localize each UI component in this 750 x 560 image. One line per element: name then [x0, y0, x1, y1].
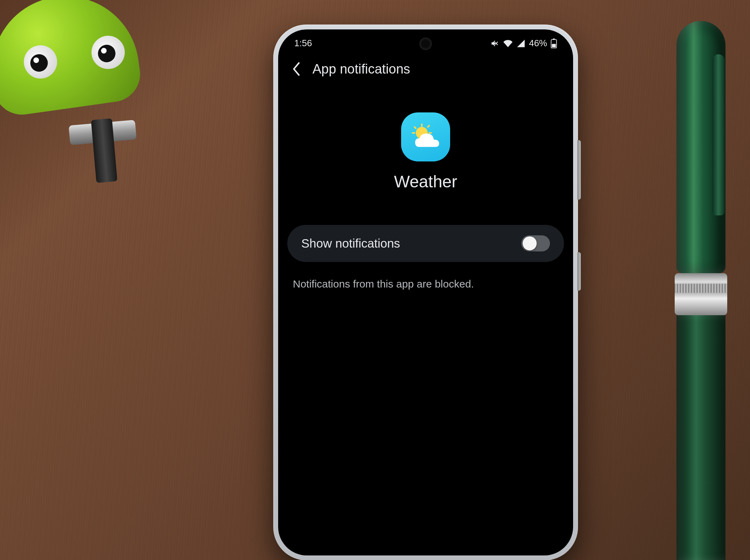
pen-prop: [673, 21, 729, 560]
svg-line-7: [428, 126, 429, 127]
page-title: App notifications: [312, 62, 410, 77]
wifi-icon: [503, 39, 513, 48]
app-name: Weather: [394, 172, 457, 191]
app-info-section: Weather: [278, 88, 573, 212]
weather-app-icon: [401, 112, 450, 161]
status-time: 1:56: [294, 38, 312, 49]
camera-cutout: [420, 39, 431, 49]
show-notifications-label: Show notifications: [301, 236, 400, 250]
svg-rect-1: [553, 39, 555, 40]
toggle-knob: [523, 236, 537, 250]
battery-icon: [551, 39, 557, 48]
back-button[interactable]: [288, 61, 305, 77]
header: App notifications: [278, 51, 573, 88]
svg-rect-2: [552, 44, 556, 47]
blocked-message: Notifications from this app are blocked.: [278, 262, 573, 306]
svg-line-5: [414, 127, 416, 129]
show-notifications-toggle[interactable]: [521, 235, 550, 251]
phone-frame: 1:56 46% App noti: [273, 25, 578, 560]
android-figurine: [0, 0, 172, 210]
power-button: [577, 252, 581, 291]
phone-screen: 1:56 46% App noti: [278, 29, 573, 555]
mute-icon: [490, 39, 500, 48]
signal-icon: [516, 39, 525, 48]
volume-button: [577, 140, 581, 200]
battery-percent: 46%: [529, 38, 547, 49]
show-notifications-row[interactable]: Show notifications: [287, 225, 564, 262]
